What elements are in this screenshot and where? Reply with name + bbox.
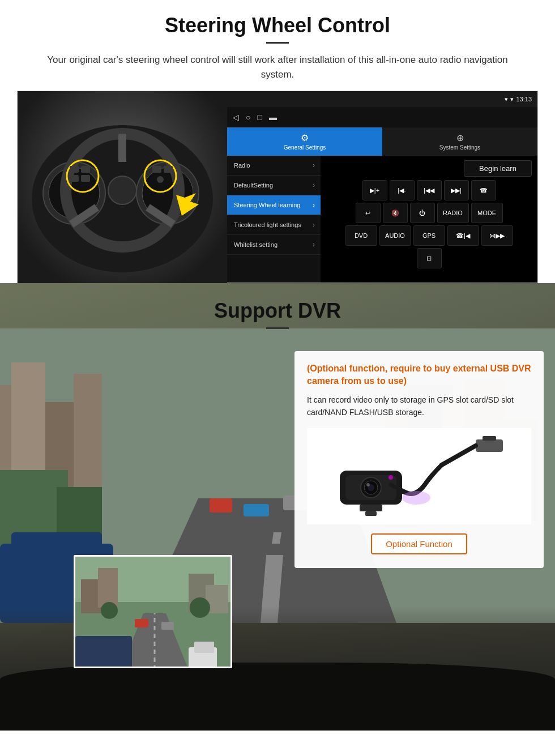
android-topbar: ◁ ○ □ ▬ [227, 107, 537, 127]
menu-item-default[interactable]: DefaultSetting › [227, 176, 321, 195]
svg-rect-30 [244, 504, 269, 516]
android-tabs: ⚙ General Settings ⊕ System Settings [227, 127, 537, 156]
ctrl-gps[interactable]: GPS [413, 225, 445, 246]
ctrl-prev[interactable]: |◀◀ [417, 180, 442, 200]
dvr-title: Support DVR [0, 299, 555, 323]
menu-item-default-label: DefaultSetting [234, 182, 313, 189]
menu-nav-icon[interactable]: ▬ [269, 113, 277, 122]
svg-point-51 [101, 602, 118, 619]
sw-ui-container: ▾ ▾ 13:13 ◁ ○ □ ▬ ⚙ General Settings ⊕ [17, 91, 538, 283]
android-statusbar: ▾ ▾ 13:13 [227, 91, 537, 107]
menu-arrow-whitelist: › [313, 241, 315, 249]
svg-rect-14 [81, 175, 90, 182]
svg-point-9 [108, 176, 136, 204]
svg-rect-23 [74, 374, 102, 493]
dvr-thumbnail-svg [75, 557, 232, 668]
ctrl-next[interactable]: ▶▶| [444, 180, 469, 200]
dvr-section: Support DVR [0, 283, 555, 731]
menu-item-whitelist[interactable]: Whitelist setting › [227, 235, 321, 255]
ctrl-row-3: DVD AUDIO GPS ☎|◀ ⋈▶▶ [324, 225, 534, 246]
menu-item-sw-learning[interactable]: Steering Wheel learning › [227, 195, 321, 215]
svg-point-66 [388, 475, 393, 480]
svg-rect-55 [476, 439, 503, 452]
android-menu: Radio › DefaultSetting › Steering Wheel … [227, 156, 321, 283]
menu-item-whitelist-label: Whitelist setting [234, 241, 313, 248]
ctrl-dvd[interactable]: DVD [345, 225, 377, 246]
menu-item-tricoloured-label: Tricoloured light settings [234, 221, 313, 228]
svg-rect-48 [135, 619, 148, 627]
general-settings-icon: ⚙ [301, 133, 309, 143]
sw-title-area: Steering Wheel Control [0, 0, 555, 53]
svg-rect-50 [75, 636, 132, 668]
steering-wheel-section: Steering Wheel Control Your original car… [0, 0, 555, 283]
dvr-road-thumbnail [74, 555, 232, 668]
ctrl-row-1: ▶|+ |◀- |◀◀ ▶▶| ☎ [324, 180, 534, 200]
statusbar-icons: ▾ ▾ 13:13 [505, 96, 532, 103]
dvr-title-divider [266, 327, 289, 329]
ctrl-phone-prev[interactable]: ☎|◀ [447, 225, 479, 246]
optional-function-button[interactable]: Optional Function [371, 533, 467, 554]
menu-arrow-default: › [313, 181, 315, 189]
signal-icon: ▾ [505, 96, 508, 103]
ctrl-audio[interactable]: AUDIO [379, 225, 411, 246]
svg-rect-13 [70, 175, 79, 182]
svg-rect-11 [70, 166, 79, 173]
ctrl-mode[interactable]: MODE [471, 203, 503, 223]
sw-subtitle: Your original car's steering wheel contr… [0, 53, 555, 91]
recents-nav-icon[interactable]: □ [257, 113, 262, 122]
svg-rect-12 [81, 166, 90, 173]
ctrl-phone[interactable]: ☎ [471, 180, 496, 200]
menu-item-sw-label: Steering Wheel learning [234, 202, 313, 208]
ctrl-radio[interactable]: RADIO [437, 203, 469, 223]
menu-arrow-tricoloured: › [313, 221, 315, 229]
dvr-optional-text: (Optional function, require to buy exter… [307, 362, 531, 388]
ctrl-back[interactable]: ↩ [356, 203, 381, 223]
svg-rect-29 [210, 498, 232, 512]
ctrl-row-4: ⊡ [324, 248, 534, 268]
ctrl-row-2: ↩ 🔇 ⏻ RADIO MODE [324, 203, 534, 223]
svg-point-52 [190, 597, 210, 618]
svg-point-68 [402, 491, 430, 505]
tab-system-settings[interactable]: ⊕ System Settings [382, 127, 537, 156]
dvr-background: Support DVR [0, 283, 555, 731]
dvr-info-card: (Optional function, require to buy exter… [294, 351, 544, 568]
svg-rect-49 [161, 622, 174, 630]
steering-wheel-svg [29, 102, 216, 272]
ctrl-vol-up[interactable]: ▶|+ [362, 180, 387, 200]
tab-system-label: System Settings [439, 144, 480, 151]
dvr-description: It can record video only to storage in G… [307, 394, 531, 419]
ctrl-mute[interactable]: 🔇 [383, 203, 408, 223]
svg-rect-64 [360, 505, 382, 511]
android-content: Radio › DefaultSetting › Steering Wheel … [227, 156, 537, 283]
dvr-camera-svg [328, 431, 510, 522]
tab-general-settings[interactable]: ⚙ General Settings [227, 127, 382, 156]
ctrl-dvr[interactable]: ⊡ [417, 248, 442, 268]
menu-arrow-radio: › [313, 161, 315, 169]
ctrl-vol-down[interactable]: |◀- [390, 180, 415, 200]
begin-learn-button[interactable]: Begin learn [464, 160, 532, 177]
dvr-title-area: Support DVR [0, 283, 555, 336]
svg-line-57 [442, 446, 476, 465]
back-nav-icon[interactable]: ◁ [233, 113, 239, 122]
ctrl-power[interactable]: ⏻ [410, 203, 435, 223]
svg-point-18 [157, 176, 164, 183]
svg-rect-16 [152, 166, 161, 173]
menu-item-radio-label: Radio [234, 162, 313, 169]
menu-arrow-sw: › [313, 201, 315, 209]
sw-image-panel [18, 91, 227, 284]
menu-item-radio[interactable]: Radio › [227, 156, 321, 176]
system-settings-icon: ⊕ [456, 133, 464, 143]
tab-general-label: General Settings [284, 144, 326, 151]
ctrl-phone-next[interactable]: ⋈▶▶ [481, 225, 513, 246]
svg-rect-43 [98, 568, 118, 608]
home-nav-icon[interactable]: ○ [246, 113, 250, 122]
sw-title-divider [266, 42, 289, 44]
android-panel: ▾ ▾ 13:13 ◁ ○ □ ▬ ⚙ General Settings ⊕ [227, 91, 537, 283]
sw-title: Steering Wheel Control [23, 14, 532, 37]
dvr-camera-image [307, 428, 531, 524]
android-controls: Begin learn ▶|+ |◀- |◀◀ ▶▶| ☎ ↩ 🔇 ⏻ [321, 156, 537, 283]
svg-rect-56 [483, 436, 496, 441]
menu-item-tricoloured[interactable]: Tricoloured light settings › [227, 215, 321, 235]
wifi-icon: ▾ [510, 96, 514, 103]
svg-point-63 [366, 483, 370, 486]
